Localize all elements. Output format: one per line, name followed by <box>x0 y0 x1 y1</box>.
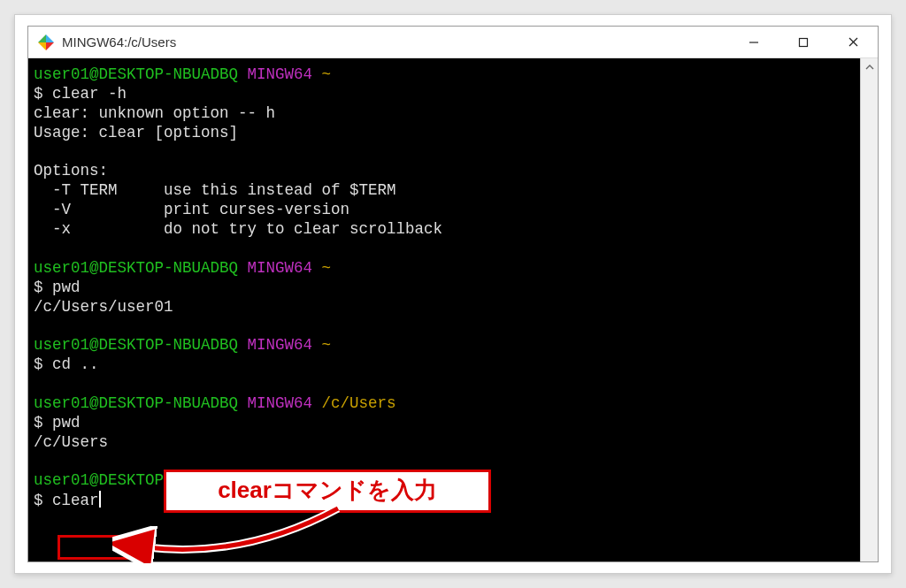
svg-rect-6 <box>800 38 808 46</box>
close-button[interactable] <box>828 27 878 57</box>
window-title: MINGW64:/c/Users <box>62 34 729 50</box>
svg-marker-3 <box>38 42 46 50</box>
window-titlebar[interactable]: MINGW64:/c/Users <box>28 27 878 58</box>
terminal-area: user01@DESKTOP-NBUADBQ MINGW64 ~$ clear … <box>28 58 878 561</box>
window-controls <box>729 27 878 57</box>
svg-marker-4 <box>38 34 46 42</box>
scroll-up-button[interactable] <box>861 58 878 76</box>
minimize-button[interactable] <box>729 27 779 57</box>
screenshot-frame: MINGW64:/c/Users user01@DESKTOP-NBUADBQ … <box>14 14 892 574</box>
svg-marker-2 <box>46 42 54 50</box>
svg-marker-1 <box>46 34 54 42</box>
maximize-button[interactable] <box>779 27 828 57</box>
scrollbar-track[interactable] <box>860 58 878 561</box>
terminal-window: MINGW64:/c/Users user01@DESKTOP-NBUADBQ … <box>27 26 879 562</box>
terminal-output[interactable]: user01@DESKTOP-NBUADBQ MINGW64 ~$ clear … <box>28 58 860 561</box>
git-bash-icon <box>37 34 55 51</box>
